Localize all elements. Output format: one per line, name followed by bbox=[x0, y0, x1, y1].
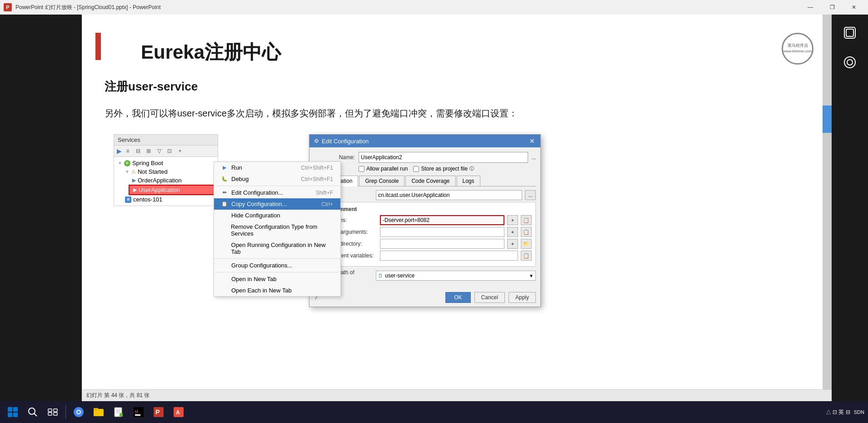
warning-icon: ⚠ bbox=[131, 169, 136, 175]
main-class-browse[interactable]: ... bbox=[525, 190, 536, 200]
taskbar-chrome[interactable] bbox=[70, 403, 88, 421]
use-classpath-select[interactable]: 🗒 user-service ▼ bbox=[376, 271, 536, 281]
close-button[interactable]: ✕ bbox=[843, 0, 864, 15]
program-args-expand[interactable]: + bbox=[507, 227, 518, 237]
main-class-input[interactable] bbox=[376, 190, 522, 200]
taskbar-notepad[interactable] bbox=[110, 403, 128, 421]
toolbar-btn-3[interactable]: ⊞ bbox=[144, 146, 153, 156]
app-icon: P bbox=[4, 3, 12, 11]
right-icon-1[interactable] bbox=[838, 21, 861, 44]
dialog-name-row: Name: ... bbox=[314, 152, 536, 163]
vm-options-input[interactable] bbox=[380, 215, 504, 225]
dialog-close-button[interactable]: ✕ bbox=[529, 137, 536, 145]
taskview-icon[interactable] bbox=[44, 403, 62, 421]
indicator-thumb[interactable] bbox=[823, 106, 832, 133]
orderapplication-label: OrderApplication bbox=[138, 177, 182, 184]
openrunning-icon bbox=[221, 245, 228, 252]
allow-parallel-label[interactable]: Allow parallel run bbox=[359, 166, 408, 172]
working-dir-expand[interactable]: + bbox=[507, 239, 518, 249]
userapplication-label: UserApplication bbox=[139, 186, 180, 193]
use-classpath-value: user-service bbox=[385, 272, 529, 279]
menu-openeach-label: Open Each in New Tab bbox=[231, 287, 292, 294]
group-icon bbox=[221, 262, 228, 269]
menu-item-open-tab[interactable]: Open in New Tab bbox=[214, 273, 340, 285]
svg-point-9 bbox=[29, 408, 35, 414]
working-dir-input[interactable] bbox=[380, 239, 504, 249]
spring-icon: ⚙ bbox=[124, 160, 130, 166]
minimize-button[interactable]: — bbox=[800, 0, 821, 15]
working-dir-row: Working directory: + 📁 bbox=[318, 239, 532, 249]
dialog-titlebar-icon: ⚙ bbox=[314, 138, 319, 144]
tab-logs[interactable]: Logs bbox=[457, 176, 480, 186]
menu-item-run[interactable]: ▶ Run Ctrl+Shift+F1 bbox=[214, 162, 340, 173]
menu-item-hide[interactable]: Hide Configuration bbox=[214, 210, 340, 221]
menu-item-edit-config[interactable]: ✏ Edit Configuration... Shift+F bbox=[214, 187, 340, 198]
menu-item-open-running[interactable]: Open Running Configuration in New Tab bbox=[214, 239, 340, 257]
svg-line-10 bbox=[34, 413, 37, 416]
working-dir-browse[interactable]: 📁 bbox=[521, 239, 532, 249]
menu-opentab-label: Open in New Tab bbox=[231, 276, 277, 282]
dialog-name-help[interactable]: ... bbox=[532, 155, 536, 160]
taskbar-filemanager[interactable] bbox=[90, 403, 108, 421]
toolbar-btn-5[interactable]: ⊡ bbox=[165, 146, 174, 156]
program-args-input[interactable] bbox=[380, 227, 504, 237]
toolbar-btn-6[interactable]: + bbox=[175, 146, 185, 156]
tab-code-coverage[interactable]: Code Coverage bbox=[405, 176, 455, 186]
svg-rect-6 bbox=[13, 407, 18, 412]
env-vars-input[interactable] bbox=[380, 251, 518, 261]
ok-button[interactable]: OK bbox=[445, 292, 470, 303]
store-project-info: ⓘ bbox=[469, 166, 474, 172]
cancel-button[interactable]: Cancel bbox=[474, 292, 505, 303]
run-icon-menu: ▶ bbox=[221, 165, 228, 171]
tree-item-springboot[interactable]: ▼ ⚙ Spring Boot bbox=[114, 159, 218, 167]
env-vars-browse[interactable]: 📋 bbox=[521, 251, 532, 261]
taskbar-redapp[interactable]: A bbox=[170, 403, 188, 421]
toolbar-btn-1[interactable]: ≡ bbox=[123, 146, 132, 156]
slide-content: Eureka注册中心 黑马程序员www.itheima.com 注册user-s… bbox=[82, 15, 832, 406]
store-as-project-checkbox[interactable] bbox=[413, 166, 419, 172]
tree-item-orderapplication[interactable]: ▶ OrderApplication bbox=[129, 176, 218, 185]
svg-text:A: A bbox=[176, 409, 180, 416]
user-app-run-icon: ▶ bbox=[133, 187, 137, 193]
svg-text:IJ: IJ bbox=[135, 409, 138, 413]
menu-item-open-each[interactable]: Open Each in New Tab bbox=[214, 285, 340, 296]
apply-button[interactable]: Apply bbox=[509, 292, 536, 303]
taskbar: IJ P A △ ⊡ 英 ⊟ SDN bbox=[0, 401, 868, 423]
store-as-project-label[interactable]: Store as project file ⓘ bbox=[413, 166, 474, 172]
edit-icon: ✏ bbox=[221, 190, 228, 196]
edit-shortcut: Shift+F bbox=[316, 190, 333, 196]
menu-openrunning-label: Open Running Configuration in New Tab bbox=[231, 242, 333, 255]
taskbar-search[interactable] bbox=[24, 403, 42, 421]
menu-item-copy-config[interactable]: 📋 Copy Configuration... Ctrl+ bbox=[214, 198, 340, 210]
vm-options-browse[interactable]: 📋 bbox=[521, 215, 532, 225]
program-args-browse[interactable]: 📋 bbox=[521, 227, 532, 237]
taskbar-intellij[interactable]: IJ bbox=[130, 403, 148, 421]
maximize-button[interactable]: ❐ bbox=[822, 0, 843, 15]
svg-rect-25 bbox=[120, 413, 123, 417]
svg-rect-7 bbox=[8, 413, 12, 417]
right-icon-2[interactable] bbox=[838, 51, 861, 74]
toolbar-btn-4[interactable]: ▽ bbox=[155, 146, 164, 156]
tab-grep-console[interactable]: Grep Console bbox=[359, 176, 404, 186]
start-button[interactable] bbox=[4, 403, 22, 421]
tree-item-centos[interactable]: 🖥 centos-101 bbox=[121, 195, 218, 204]
run-icon[interactable]: ▶ bbox=[117, 147, 122, 155]
menu-item-debug[interactable]: 🐛 Debug Ctrl+Shift+F1 bbox=[214, 173, 340, 185]
tree-item-notstarted[interactable]: ▼ ⚠ Not Started bbox=[121, 167, 218, 176]
dialog-name-input[interactable] bbox=[359, 152, 528, 163]
svg-rect-14 bbox=[54, 413, 57, 415]
dialog-title: Edit Configuration bbox=[322, 138, 369, 145]
menu-remove-label: Remove Configuration Type from Services bbox=[231, 223, 333, 237]
allow-parallel-checkbox[interactable] bbox=[359, 166, 364, 172]
taskbar-powerpoint[interactable]: P bbox=[150, 403, 168, 421]
menu-item-group[interactable]: Group Configurations... bbox=[214, 260, 340, 271]
toolbar-btn-2[interactable]: ⊟ bbox=[134, 146, 143, 156]
menu-item-hide-left: Hide Configuration bbox=[221, 212, 280, 219]
taskbar-tray-icons: △ ⊡ 英 ⊟ bbox=[826, 408, 850, 416]
tree-item-userapplication[interactable]: ▶ UserApplication bbox=[129, 185, 218, 195]
menu-item-remove[interactable]: Remove Configuration Type from Services bbox=[214, 221, 340, 239]
dialog-titlebar-left: ⚙ Edit Configuration bbox=[314, 138, 369, 145]
openeach-icon bbox=[221, 287, 228, 294]
vm-options-expand[interactable]: + bbox=[507, 215, 518, 225]
env-vars-row: Environment variables: 📋 bbox=[318, 251, 532, 261]
